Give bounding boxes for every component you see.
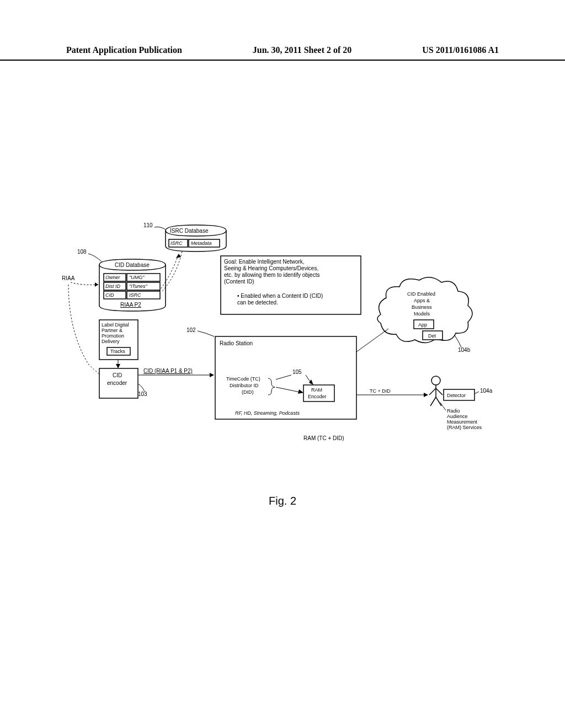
svg-line-32 xyxy=(436,388,443,395)
radio-did1: Distributor ID xyxy=(230,383,259,388)
cid-encoder-box: CID encoder xyxy=(99,368,138,398)
svg-marker-9 xyxy=(176,254,181,258)
isrc-col1: ISRC xyxy=(170,240,183,246)
cloud-l1: CID Enabled xyxy=(407,291,435,297)
radio-title: Radio Station xyxy=(220,340,253,346)
cid-enc-l2: encoder xyxy=(107,380,127,386)
ref-102: 102 xyxy=(186,327,196,333)
radio-footer: RF, HD, Streaming, Podcasts xyxy=(235,410,300,416)
figure-diagram: ISRC Database ISRC Metadata 110 CID Data… xyxy=(61,221,502,480)
ref-104a: 104a xyxy=(480,388,493,394)
cloud-l4: Models xyxy=(414,311,430,317)
goal-b1a: • Enabled when a Content ID (CID) xyxy=(237,293,323,299)
goal-l4: (Content ID) xyxy=(224,279,254,285)
goal-l3: etc. by allowing them to identify object… xyxy=(224,272,319,278)
cid-cloud: CID Enabled Apps & Business Models App D… xyxy=(377,277,472,343)
ref-103: 103 xyxy=(138,391,147,397)
svg-marker-16 xyxy=(210,373,214,377)
cid-enc-l1: CID xyxy=(113,372,122,378)
svg-line-31 xyxy=(429,388,436,395)
cid-distid-val: "iTunes" xyxy=(129,283,148,289)
det-l4: (RAM) Services xyxy=(447,425,482,430)
cid-cid-val: ISRC xyxy=(129,292,141,298)
label-digital-box: Label Digital Partner & Promotion Delive… xyxy=(99,320,138,360)
goal-b1b: can be detected. xyxy=(237,299,278,306)
cloud-l2: Apps & xyxy=(414,298,430,303)
ram-enc1: RAM xyxy=(311,387,322,393)
cid-owner-label: Owner xyxy=(105,275,121,280)
cloud-det: Det xyxy=(428,333,436,339)
header-right: US 2011/0161086 A1 xyxy=(422,45,499,55)
isrc-db-title: ISRC Database xyxy=(170,228,209,234)
cid-db-title: CID Database xyxy=(115,262,150,268)
cid-arrow-label: CID (RIAA P1 & P2) xyxy=(143,368,193,374)
svg-marker-13 xyxy=(116,364,120,368)
isrc-database: ISRC Database ISRC Metadata xyxy=(166,225,226,251)
radio-station-box: Radio Station TimeCode (TC) Distributor … xyxy=(215,336,356,419)
svg-marker-28 xyxy=(424,393,428,397)
det-l2: Audience xyxy=(447,414,468,419)
label-line3: Promotion xyxy=(102,333,124,339)
person-icon xyxy=(429,376,443,406)
svg-line-26 xyxy=(356,329,388,352)
label-line4: Delivery xyxy=(102,339,120,344)
tcdid-label: TC + DID xyxy=(370,388,391,394)
det-l3: Measurement xyxy=(447,419,478,425)
label-line2: Partner & xyxy=(102,328,122,333)
ref-108: 108 xyxy=(77,249,87,255)
cid-database: CID Database Owner "UMG" Dist ID "iTunes… xyxy=(99,259,166,311)
tracks-label: Tracks xyxy=(110,349,125,354)
svg-marker-8 xyxy=(95,282,98,287)
ram-bottom: RAM (TC + DID) xyxy=(303,435,344,441)
cloud-l3: Business xyxy=(412,304,432,310)
cid-distid-label: Dist ID xyxy=(105,283,121,289)
riaa-label: RIAA xyxy=(62,275,75,281)
goal-l2: Seeing & Hearing Computers/Devices, xyxy=(224,265,318,271)
cid-cid-label: CID xyxy=(105,292,114,298)
isrc-col2: Metadata xyxy=(191,240,212,246)
svg-line-33 xyxy=(430,397,436,406)
detector-label: Detector xyxy=(447,393,466,398)
ref-104b: 104b xyxy=(458,347,471,353)
radio-did2: (DID) xyxy=(242,389,254,395)
page-header: Patent Application Publication Jun. 30, … xyxy=(0,45,565,61)
cid-db-footer: RIAA P2 xyxy=(120,302,141,308)
goal-l1: Goal: Enable Intelligent Network, xyxy=(224,259,305,265)
goal-box: Goal: Enable Intelligent Network, Seeing… xyxy=(221,256,361,314)
header-center: Jun. 30, 2011 Sheet 2 of 20 xyxy=(253,45,352,55)
svg-line-34 xyxy=(436,397,441,406)
label-line1: Label Digital xyxy=(102,322,129,328)
cid-owner-val: "UMG" xyxy=(129,275,145,280)
ram-enc2: Encoder xyxy=(308,394,327,399)
detector-box: Detector xyxy=(444,389,475,400)
cloud-app: App xyxy=(418,322,427,328)
figure-caption: Fig. 2 xyxy=(269,495,296,507)
ref-110: 110 xyxy=(143,222,153,228)
det-l1: Radio xyxy=(447,408,460,414)
ref-105: 105 xyxy=(292,369,302,375)
header-left: Patent Application Publication xyxy=(66,45,182,55)
radio-tc: TimeCode (TC) xyxy=(226,376,260,382)
svg-point-29 xyxy=(431,376,440,385)
